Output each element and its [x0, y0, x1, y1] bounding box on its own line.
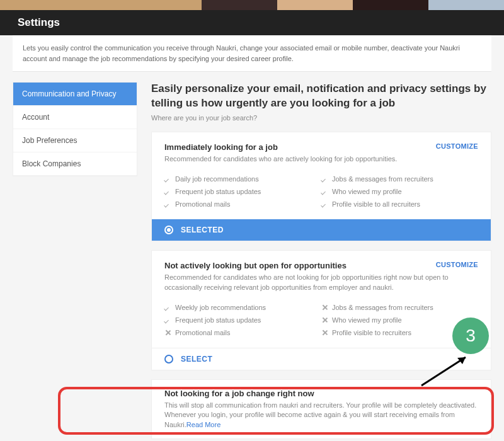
feature-item: Promotional mails — [164, 198, 321, 210]
settings-intro-text: Lets you easily control the communicatio… — [13, 35, 491, 72]
feature-item: Who viewed my profile — [321, 314, 478, 326]
feature-item: Weekly job recommendations — [164, 301, 321, 314]
settings-content: Easily personalize your email, notificat… — [151, 82, 491, 439]
decorative-top-strip — [0, 0, 504, 10]
check-icon — [321, 176, 328, 183]
check-icon — [164, 304, 171, 311]
feature-item: Profile visible to all recruiters — [321, 198, 478, 210]
selected-bar[interactable]: SELECTED — [152, 219, 491, 241]
feature-label: Weekly job recommendations — [175, 304, 266, 311]
check-icon — [321, 188, 328, 195]
feature-label: Who viewed my profile — [332, 316, 402, 324]
content-heading: Easily personalize your email, notificat… — [151, 82, 491, 111]
feature-item: Jobs & messages from recruiters — [321, 173, 478, 185]
feature-item: Daily job recommendations — [164, 173, 321, 185]
x-icon — [321, 329, 328, 336]
check-icon — [164, 188, 171, 195]
option-card-open: Not actively looking but open for opport… — [151, 250, 491, 370]
option-desc: Recommended for candidates who are not l… — [164, 273, 478, 292]
option-title: Immediately looking for a job — [164, 142, 278, 152]
check-icon — [164, 176, 171, 183]
sidebar-item-job-preferences[interactable]: Job Preferences — [13, 129, 137, 152]
x-icon — [321, 304, 328, 311]
select-bar[interactable]: SELECT — [152, 348, 491, 370]
settings-sidebar: Communication and Privacy Account Job Pr… — [13, 82, 137, 176]
feature-label: Profile visible to all recruiters — [332, 200, 420, 208]
annotation-step-badge: 3 — [452, 318, 489, 354]
feature-label: Jobs & messages from recruiters — [332, 175, 433, 183]
option-card-not-looking[interactable]: Not looking for a job change right now T… — [151, 379, 491, 439]
feature-item: Who viewed my profile — [321, 185, 478, 198]
feature-label: Profile visible to recruiters — [332, 329, 411, 336]
feature-label: Promotional mails — [175, 329, 230, 336]
read-more-link[interactable]: Read More — [186, 421, 220, 428]
feature-label: Promotional mails — [175, 200, 230, 208]
feature-label: Frequent job status updates — [175, 188, 261, 195]
sidebar-item-account[interactable]: Account — [13, 106, 137, 129]
feature-item: Frequent job status updates — [164, 185, 321, 198]
sidebar-item-block-companies[interactable]: Block Companies — [13, 152, 137, 176]
customize-button[interactable]: CUSTOMIZE — [436, 261, 478, 268]
check-icon — [164, 317, 171, 324]
feature-label: Daily job recommendations — [175, 175, 259, 183]
option-desc: This will stop all communication from na… — [164, 401, 478, 430]
feature-label: Who viewed my profile — [332, 188, 402, 195]
feature-label: Jobs & messages from recruiters — [332, 304, 433, 311]
content-subheading: Where are you in your job search? — [151, 114, 491, 122]
customize-button[interactable]: CUSTOMIZE — [436, 142, 478, 150]
option-title: Not actively looking but open for opport… — [164, 261, 346, 270]
selected-label: SELECTED — [181, 226, 224, 234]
radio-unselected-icon — [164, 355, 173, 364]
check-icon — [164, 201, 171, 208]
x-icon — [321, 317, 328, 324]
sidebar-item-communication-privacy[interactable]: Communication and Privacy — [13, 83, 137, 106]
feature-label: Frequent job status updates — [175, 316, 261, 324]
option-card-immediate: Immediately looking for a job CUSTOMIZE … — [151, 132, 491, 241]
feature-item: Frequent job status updates — [164, 314, 321, 326]
x-icon — [164, 329, 171, 336]
option-title: Not looking for a job change right now — [164, 389, 478, 398]
check-icon — [321, 201, 328, 208]
feature-item: Jobs & messages from recruiters — [321, 301, 478, 314]
page-title: Settings — [0, 10, 504, 35]
select-label: SELECT — [181, 355, 212, 364]
feature-item: Promotional mails — [164, 326, 321, 339]
radio-selected-icon — [164, 226, 173, 234]
option-desc: Recommended for candidates who are activ… — [164, 154, 478, 164]
